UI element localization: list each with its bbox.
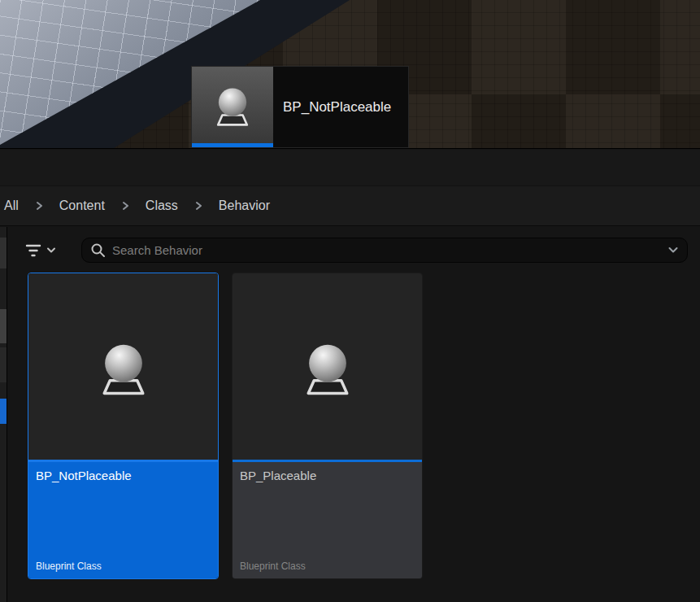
sphere-on-pedestal-icon <box>206 78 259 132</box>
asset-name: BP_Placeable <box>240 469 415 482</box>
breadcrumb-item-class[interactable]: Class <box>146 198 178 213</box>
chevron-down-icon <box>46 247 56 254</box>
drag-preview: BP_NotPlaceable <box>191 66 409 148</box>
panel-edge-item[interactable] <box>0 238 7 268</box>
chevron-right-icon <box>120 201 130 211</box>
chevron-down-icon[interactable] <box>667 246 679 254</box>
left-panel-edge <box>0 227 7 602</box>
level-viewport[interactable]: BP_NotPlaceable <box>0 0 700 149</box>
content-browser-header-strip <box>0 150 700 185</box>
filter-button[interactable] <box>24 238 73 263</box>
panel-edge-item[interactable] <box>0 309 7 343</box>
magnifier-icon <box>90 242 106 258</box>
asset-info: BP_Placeable Blueprint Class <box>233 462 422 578</box>
asset-tile-bp-placeable[interactable]: BP_Placeable Blueprint Class <box>232 273 423 579</box>
asset-thumbnail <box>28 273 218 460</box>
breadcrumb: All Content Class Behavior <box>0 185 700 226</box>
asset-thumbnail <box>233 273 422 460</box>
search-bar[interactable] <box>81 238 688 263</box>
asset-name: BP_NotPlaceable <box>36 469 211 482</box>
drag-preview-accent-bar <box>192 143 273 147</box>
panel-edge-item[interactable] <box>0 347 7 382</box>
drag-preview-label: BP_NotPlaceable <box>273 67 408 147</box>
sphere-on-pedestal-icon <box>88 331 159 403</box>
drag-preview-thumb-area <box>192 67 273 143</box>
asset-grid: BP_NotPlaceable Blueprint Class BP_Place… <box>28 273 423 579</box>
chevron-right-icon <box>34 201 44 211</box>
sphere-on-pedestal-icon <box>292 331 363 403</box>
breadcrumb-item-content[interactable]: Content <box>59 198 105 213</box>
breadcrumb-item-behavior[interactable]: Behavior <box>219 198 270 213</box>
breadcrumb-item-all[interactable]: All <box>4 198 19 213</box>
panel-edge-item-selected[interactable] <box>0 399 7 424</box>
asset-info: BP_NotPlaceable Blueprint Class <box>28 462 218 578</box>
search-input[interactable] <box>112 243 661 257</box>
asset-tile-bp-notplaceable[interactable]: BP_NotPlaceable Blueprint Class <box>28 273 219 579</box>
asset-type-label: Blueprint Class <box>36 561 102 572</box>
chevron-right-icon <box>193 201 203 211</box>
drag-preview-thumbnail <box>192 67 273 147</box>
filter-funnel-icon <box>24 243 42 258</box>
asset-type-label: Blueprint Class <box>240 561 306 572</box>
